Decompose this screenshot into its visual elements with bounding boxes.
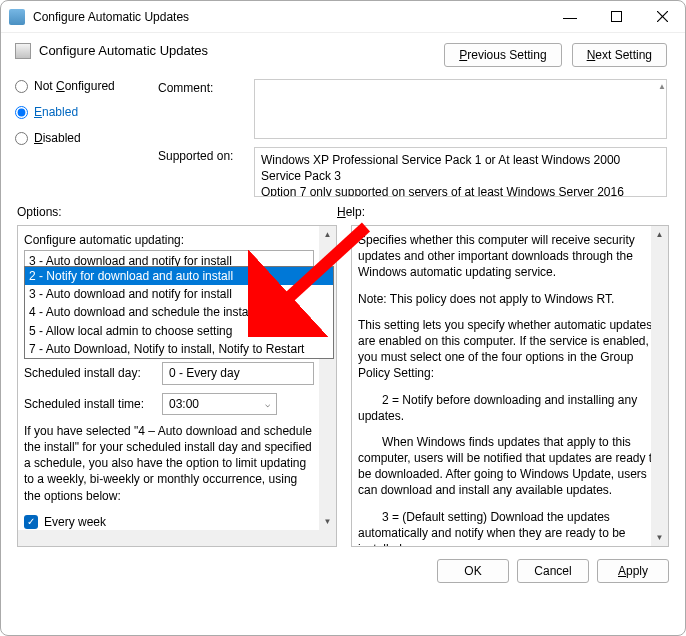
previous-setting-button[interactable]: Previous Setting bbox=[444, 43, 561, 67]
state-radios: Not Configured Enabled Disabled bbox=[1, 71, 136, 157]
page-title: Configure Automatic Updates bbox=[39, 43, 444, 58]
comment-textbox[interactable]: ▲ bbox=[254, 79, 667, 139]
minimize-button[interactable]: — bbox=[547, 1, 593, 32]
scroll-corner bbox=[319, 530, 336, 546]
close-button[interactable] bbox=[639, 1, 685, 32]
help-p1: Specifies whether this computer will rec… bbox=[358, 232, 660, 281]
panels: Configure automatic updating: 3 - Auto d… bbox=[1, 225, 685, 547]
install-time-select[interactable]: 03:00⌵ bbox=[162, 393, 277, 415]
policy-icon bbox=[15, 43, 31, 59]
check-icon: ✓ bbox=[24, 515, 38, 529]
footer: OK Cancel Apply bbox=[1, 547, 685, 595]
help-scroll-y[interactable]: ▲▼ bbox=[651, 226, 668, 546]
supported-on-text: Windows XP Professional Service Pack 1 o… bbox=[254, 147, 667, 197]
window-buttons: — bbox=[547, 1, 685, 32]
every-week-checkbox[interactable]: ✓ Every week bbox=[24, 514, 314, 530]
help-opt2: 2 = Notify before downloading and instal… bbox=[358, 392, 660, 424]
dropdown-item-3[interactable]: 3 - Auto download and notify for install bbox=[25, 285, 333, 303]
comment-label: Comment: bbox=[158, 79, 254, 139]
titlebar: Configure Automatic Updates — bbox=[1, 1, 685, 33]
dropdown-item-4[interactable]: 4 - Auto download and schedule the insta… bbox=[25, 303, 333, 321]
options-panel: Configure automatic updating: 3 - Auto d… bbox=[17, 225, 337, 547]
window-title: Configure Automatic Updates bbox=[33, 10, 547, 24]
supported-label: Supported on: bbox=[158, 147, 254, 197]
help-panel: Specifies whether this computer will rec… bbox=[351, 225, 669, 547]
scroll-up-icon: ▲ bbox=[658, 82, 666, 91]
maximize-button[interactable] bbox=[593, 1, 639, 32]
dropdown-item-2[interactable]: 2 - Notify for download and auto install bbox=[25, 267, 333, 285]
svg-rect-0 bbox=[611, 12, 621, 22]
apply-button[interactable]: Apply bbox=[597, 559, 669, 583]
scroll-down-icon: ▼ bbox=[319, 513, 336, 530]
help-label: Help: bbox=[337, 205, 669, 219]
radio-disabled[interactable]: Disabled bbox=[15, 131, 136, 145]
help-p2: This setting lets you specify whether au… bbox=[358, 317, 660, 382]
configure-updating-label: Configure automatic updating: bbox=[24, 232, 314, 248]
scroll-up-icon: ▲ bbox=[319, 226, 336, 243]
help-note: Note: This policy does not apply to Wind… bbox=[358, 291, 660, 307]
options-label: Options: bbox=[17, 205, 337, 219]
configure-updating-dropdown[interactable]: 2 - Notify for download and auto install… bbox=[24, 266, 334, 359]
radio-not-configured[interactable]: Not Configured bbox=[15, 79, 136, 93]
upper-fields: Comment: ▲ Supported on: Windows XP Prof… bbox=[136, 71, 685, 197]
cancel-button[interactable]: Cancel bbox=[517, 559, 589, 583]
dropdown-item-5[interactable]: 5 - Allow local admin to choose setting bbox=[25, 322, 333, 340]
section-labels: Options: Help: bbox=[1, 205, 685, 225]
help-p3: When Windows finds updates that apply to… bbox=[358, 434, 660, 499]
scroll-up-icon: ▲ bbox=[651, 226, 668, 243]
install-day-select[interactable]: 0 - Every day bbox=[162, 362, 314, 384]
help-opt3: 3 = (Default setting) Download the updat… bbox=[358, 509, 660, 546]
next-setting-button[interactable]: Next Setting bbox=[572, 43, 667, 67]
scroll-down-icon: ▼ bbox=[651, 529, 668, 546]
options-scroll-x[interactable] bbox=[18, 530, 319, 546]
ok-button[interactable]: OK bbox=[437, 559, 509, 583]
header: Configure Automatic Updates Previous Set… bbox=[1, 33, 685, 71]
nav-buttons: Previous Setting Next Setting bbox=[444, 43, 667, 67]
radio-enabled[interactable]: Enabled bbox=[15, 105, 136, 119]
dropdown-item-7[interactable]: 7 - Auto Download, Notify to install, No… bbox=[25, 340, 333, 358]
schedule-blurb: If you have selected "4 – Auto download … bbox=[24, 423, 314, 504]
install-time-label: Scheduled install time: bbox=[24, 396, 154, 412]
install-day-label: Scheduled install day: bbox=[24, 365, 154, 381]
every-week-label: Every week bbox=[44, 514, 106, 530]
chevron-down-icon: ⌵ bbox=[265, 398, 270, 410]
app-icon bbox=[9, 9, 25, 25]
